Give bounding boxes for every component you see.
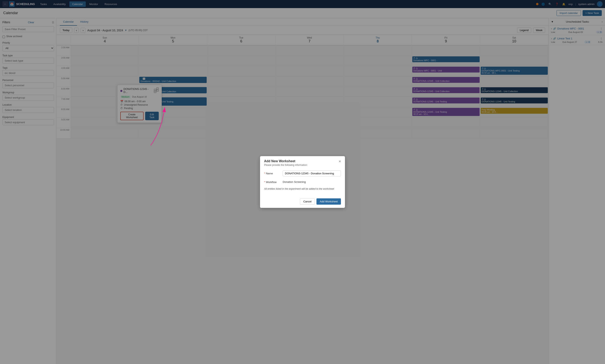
workflow-field-label: * Workflow: [264, 179, 280, 184]
workflow-row: * Workflow Donation Screening: [264, 179, 341, 185]
workflow-value: Donation Screening: [283, 179, 341, 185]
required-star-name: *: [264, 172, 265, 175]
modal-footer: Cancel Add Worksheet: [260, 196, 345, 208]
worksheet-name-input[interactable]: [283, 170, 341, 176]
modal-header: Add New Worksheet Please provide the fol…: [260, 156, 345, 168]
modal-body: * Name * Workflow Donation Screening All…: [260, 168, 345, 196]
required-star-workflow: *: [264, 181, 265, 184]
name-row: * Name: [264, 170, 341, 176]
modal-subtitle: Please provide the following information…: [264, 164, 308, 167]
modal-close-button[interactable]: ×: [339, 159, 341, 164]
modal-overlay: Add New Worksheet Please provide the fol…: [0, 0, 605, 364]
name-field-label: * Name: [264, 170, 280, 175]
add-worksheet-modal: Add New Worksheet Please provide the fol…: [260, 156, 345, 208]
add-worksheet-button[interactable]: Add Worksheet: [316, 198, 341, 205]
cancel-button[interactable]: Cancel: [300, 198, 315, 205]
modal-title: Add New Worksheet: [264, 159, 308, 163]
modal-note: All entities listed in the experiment wi…: [264, 187, 341, 190]
